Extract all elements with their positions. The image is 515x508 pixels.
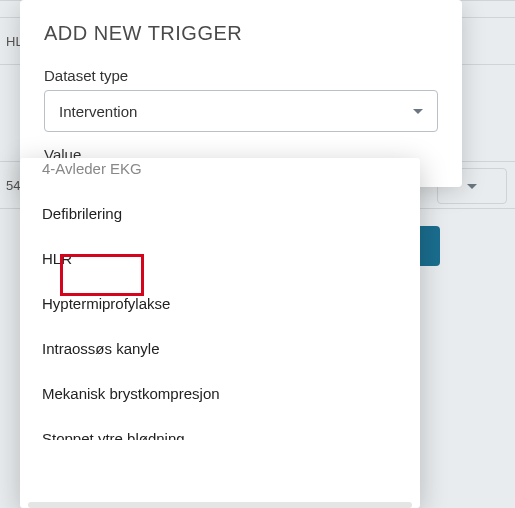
- modal-title: ADD NEW TRIGGER: [44, 22, 438, 45]
- dropdown-option[interactable]: Mekanisk brystkompresjon: [20, 371, 420, 416]
- chevron-down-icon: [413, 109, 423, 114]
- dropdown-option[interactable]: 4-Avleder EKG: [20, 158, 420, 191]
- dropdown-option[interactable]: Stoppet ytre blødning: [20, 416, 420, 440]
- value-dropdown-list: 4-Avleder EKG Defibrilering HLR Hyptermi…: [20, 158, 420, 508]
- dropdown-option-hlr[interactable]: HLR: [20, 236, 420, 281]
- dataset-type-select[interactable]: Intervention: [44, 90, 438, 132]
- dataset-type-label: Dataset type: [44, 67, 438, 84]
- dropdown-option[interactable]: Intraossøs kanyle: [20, 326, 420, 371]
- dropdown-option[interactable]: Defibrilering: [20, 191, 420, 236]
- value-dropdown: 4-Avleder EKG Defibrilering HLR Hyptermi…: [20, 158, 420, 508]
- scrollbar-horizontal[interactable]: [28, 502, 412, 508]
- dropdown-option[interactable]: Hyptermiprofylakse: [20, 281, 420, 326]
- dataset-type-value: Intervention: [59, 103, 137, 120]
- chevron-down-icon: [467, 184, 477, 189]
- bg-cell-text: 54: [6, 178, 20, 193]
